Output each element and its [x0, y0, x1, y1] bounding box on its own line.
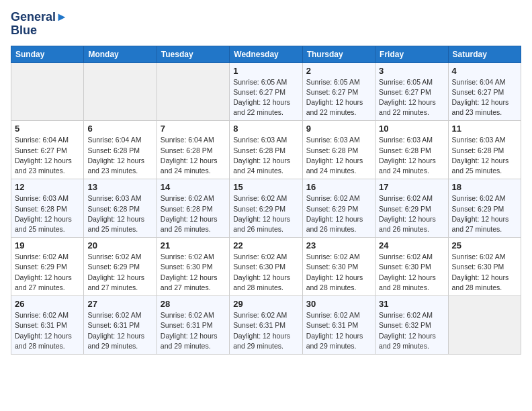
- day-number: 12: [15, 182, 80, 192]
- cell-content: 20Sunrise: 6:02 AM Sunset: 6:29 PM Dayli…: [87, 240, 152, 293]
- cell-content: 29Sunrise: 6:02 AM Sunset: 6:31 PM Dayli…: [233, 299, 298, 351]
- day-number: 11: [452, 124, 517, 134]
- header-monday: Monday: [84, 46, 157, 62]
- cell-content: 8Sunrise: 6:03 AM Sunset: 6:28 PM Daylig…: [233, 124, 298, 176]
- day-number: 15: [233, 182, 298, 192]
- day-number: 31: [379, 299, 444, 309]
- calendar-header-row: SundayMondayTuesdayWednesdayThursdayFrid…: [11, 46, 521, 62]
- day-number: 26: [15, 299, 80, 309]
- cell-content: 23Sunrise: 6:02 AM Sunset: 6:30 PM Dayli…: [306, 240, 371, 293]
- cell-content: 15Sunrise: 6:02 AM Sunset: 6:29 PM Dayli…: [233, 182, 298, 234]
- calendar-cell: 2Sunrise: 6:05 AM Sunset: 6:27 PM Daylig…: [302, 62, 375, 121]
- calendar-week-row: 1Sunrise: 6:05 AM Sunset: 6:27 PM Daylig…: [11, 62, 521, 121]
- cell-content: 28Sunrise: 6:02 AM Sunset: 6:31 PM Dayli…: [161, 299, 226, 351]
- day-info: Sunrise: 6:02 AM Sunset: 6:30 PM Dayligh…: [233, 252, 298, 293]
- day-info: Sunrise: 6:02 AM Sunset: 6:29 PM Dayligh…: [452, 193, 517, 234]
- calendar-cell: 11Sunrise: 6:03 AM Sunset: 6:28 PM Dayli…: [448, 121, 521, 179]
- calendar-cell: 19Sunrise: 6:02 AM Sunset: 6:29 PM Dayli…: [11, 238, 84, 296]
- calendar-week-row: 19Sunrise: 6:02 AM Sunset: 6:29 PM Dayli…: [11, 238, 521, 296]
- page-header: General►Blue: [11, 11, 521, 38]
- calendar-cell: 27Sunrise: 6:02 AM Sunset: 6:31 PM Dayli…: [84, 296, 157, 355]
- day-info: Sunrise: 6:03 AM Sunset: 6:28 PM Dayligh…: [87, 193, 152, 234]
- calendar-cell: 8Sunrise: 6:03 AM Sunset: 6:28 PM Daylig…: [230, 121, 302, 179]
- calendar-cell: 18Sunrise: 6:02 AM Sunset: 6:29 PM Dayli…: [448, 179, 521, 238]
- day-info: Sunrise: 6:03 AM Sunset: 6:28 PM Dayligh…: [379, 135, 444, 176]
- header-thursday: Thursday: [302, 46, 375, 62]
- cell-content: 4Sunrise: 6:04 AM Sunset: 6:27 PM Daylig…: [452, 66, 517, 118]
- day-number: 9: [306, 124, 371, 134]
- day-number: 10: [379, 124, 444, 134]
- day-number: 14: [161, 182, 226, 192]
- day-info: Sunrise: 6:02 AM Sunset: 6:30 PM Dayligh…: [161, 252, 226, 293]
- calendar-cell: [448, 296, 521, 355]
- calendar-cell: 16Sunrise: 6:02 AM Sunset: 6:29 PM Dayli…: [302, 179, 375, 238]
- day-number: 1: [233, 66, 298, 76]
- cell-content: 25Sunrise: 6:02 AM Sunset: 6:30 PM Dayli…: [452, 240, 517, 293]
- day-number: 18: [452, 182, 517, 192]
- calendar-cell: [157, 62, 229, 121]
- calendar-cell: 12Sunrise: 6:03 AM Sunset: 6:28 PM Dayli…: [11, 179, 84, 238]
- day-number: 4: [452, 66, 517, 76]
- cell-content: 27Sunrise: 6:02 AM Sunset: 6:31 PM Dayli…: [87, 299, 152, 351]
- day-info: Sunrise: 6:04 AM Sunset: 6:27 PM Dayligh…: [15, 135, 80, 176]
- calendar-cell: [11, 62, 84, 121]
- calendar-cell: 7Sunrise: 6:04 AM Sunset: 6:28 PM Daylig…: [157, 121, 229, 179]
- cell-content: 9Sunrise: 6:03 AM Sunset: 6:28 PM Daylig…: [306, 124, 371, 176]
- calendar-cell: 14Sunrise: 6:02 AM Sunset: 6:28 PM Dayli…: [157, 179, 229, 238]
- day-info: Sunrise: 6:05 AM Sunset: 6:27 PM Dayligh…: [306, 77, 371, 118]
- day-number: 29: [233, 299, 298, 309]
- day-info: Sunrise: 6:02 AM Sunset: 6:30 PM Dayligh…: [379, 252, 444, 293]
- day-number: 5: [15, 124, 80, 134]
- day-info: Sunrise: 6:03 AM Sunset: 6:28 PM Dayligh…: [233, 135, 298, 176]
- day-info: Sunrise: 6:02 AM Sunset: 6:28 PM Dayligh…: [161, 193, 226, 234]
- day-number: 2: [306, 66, 371, 76]
- day-info: Sunrise: 6:02 AM Sunset: 6:29 PM Dayligh…: [306, 193, 371, 234]
- calendar-cell: 15Sunrise: 6:02 AM Sunset: 6:29 PM Dayli…: [230, 179, 302, 238]
- cell-content: 24Sunrise: 6:02 AM Sunset: 6:30 PM Dayli…: [379, 240, 444, 293]
- cell-content: 22Sunrise: 6:02 AM Sunset: 6:30 PM Dayli…: [233, 240, 298, 293]
- day-info: Sunrise: 6:03 AM Sunset: 6:28 PM Dayligh…: [306, 135, 371, 176]
- calendar-cell: 23Sunrise: 6:02 AM Sunset: 6:30 PM Dayli…: [302, 238, 375, 296]
- day-info: Sunrise: 6:02 AM Sunset: 6:30 PM Dayligh…: [306, 252, 371, 293]
- cell-content: 12Sunrise: 6:03 AM Sunset: 6:28 PM Dayli…: [15, 182, 80, 234]
- day-info: Sunrise: 6:02 AM Sunset: 6:31 PM Dayligh…: [161, 310, 226, 351]
- day-number: 7: [161, 124, 226, 134]
- day-info: Sunrise: 6:04 AM Sunset: 6:28 PM Dayligh…: [161, 135, 226, 176]
- day-number: 30: [306, 299, 371, 309]
- calendar-cell: 24Sunrise: 6:02 AM Sunset: 6:30 PM Dayli…: [375, 238, 448, 296]
- day-info: Sunrise: 6:04 AM Sunset: 6:27 PM Dayligh…: [452, 77, 517, 118]
- day-number: 20: [87, 240, 152, 250]
- cell-content: 19Sunrise: 6:02 AM Sunset: 6:29 PM Dayli…: [15, 240, 80, 293]
- header-friday: Friday: [375, 46, 448, 62]
- day-number: 28: [161, 299, 226, 309]
- day-info: Sunrise: 6:02 AM Sunset: 6:31 PM Dayligh…: [87, 310, 152, 351]
- cell-content: 18Sunrise: 6:02 AM Sunset: 6:29 PM Dayli…: [452, 182, 517, 234]
- day-number: 22: [233, 240, 298, 250]
- cell-content: 30Sunrise: 6:02 AM Sunset: 6:31 PM Dayli…: [306, 299, 371, 351]
- day-number: 25: [452, 240, 517, 250]
- logo: General►Blue: [11, 11, 68, 38]
- header-wednesday: Wednesday: [230, 46, 302, 62]
- day-number: 13: [87, 182, 152, 192]
- cell-content: 5Sunrise: 6:04 AM Sunset: 6:27 PM Daylig…: [15, 124, 80, 176]
- day-info: Sunrise: 6:02 AM Sunset: 6:31 PM Dayligh…: [306, 310, 371, 351]
- cell-content: 31Sunrise: 6:02 AM Sunset: 6:32 PM Dayli…: [379, 299, 444, 351]
- day-info: Sunrise: 6:03 AM Sunset: 6:28 PM Dayligh…: [15, 193, 80, 234]
- cell-content: 11Sunrise: 6:03 AM Sunset: 6:28 PM Dayli…: [452, 124, 517, 176]
- calendar-cell: 6Sunrise: 6:04 AM Sunset: 6:28 PM Daylig…: [84, 121, 157, 179]
- cell-content: 1Sunrise: 6:05 AM Sunset: 6:27 PM Daylig…: [233, 66, 298, 118]
- day-info: Sunrise: 6:04 AM Sunset: 6:28 PM Dayligh…: [87, 135, 152, 176]
- calendar-cell: 4Sunrise: 6:04 AM Sunset: 6:27 PM Daylig…: [448, 62, 521, 121]
- calendar-cell: 1Sunrise: 6:05 AM Sunset: 6:27 PM Daylig…: [230, 62, 302, 121]
- day-number: 23: [306, 240, 371, 250]
- calendar-table: SundayMondayTuesdayWednesdayThursdayFrid…: [11, 46, 521, 355]
- day-info: Sunrise: 6:05 AM Sunset: 6:27 PM Dayligh…: [233, 77, 298, 118]
- day-number: 8: [233, 124, 298, 134]
- calendar-cell: [84, 62, 157, 121]
- cell-content: 2Sunrise: 6:05 AM Sunset: 6:27 PM Daylig…: [306, 66, 371, 118]
- day-number: 24: [379, 240, 444, 250]
- cell-content: 16Sunrise: 6:02 AM Sunset: 6:29 PM Dayli…: [306, 182, 371, 234]
- calendar-cell: 22Sunrise: 6:02 AM Sunset: 6:30 PM Dayli…: [230, 238, 302, 296]
- calendar-week-row: 5Sunrise: 6:04 AM Sunset: 6:27 PM Daylig…: [11, 121, 521, 179]
- cell-content: 7Sunrise: 6:04 AM Sunset: 6:28 PM Daylig…: [161, 124, 226, 176]
